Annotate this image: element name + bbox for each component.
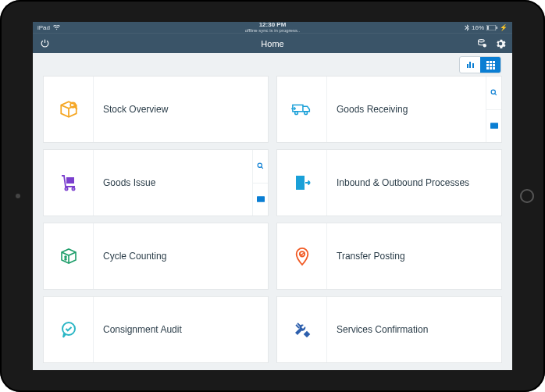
view-toolbar	[33, 53, 512, 77]
truck-arrow-icon	[277, 77, 327, 142]
svg-point-14	[258, 163, 262, 167]
tile-grid: Stock Overview Goods Receiving	[33, 77, 512, 370]
scan-icon[interactable]	[486, 109, 501, 143]
svg-rect-1	[487, 26, 489, 30]
svg-rect-11	[66, 177, 74, 184]
svg-point-18	[65, 256, 66, 258]
tile-label: Goods Receiving	[327, 77, 486, 142]
svg-point-8	[304, 112, 307, 115]
tile-stock-overview[interactable]: Stock Overview	[44, 77, 268, 142]
tile-label: Stock Overview	[94, 77, 268, 142]
tile-label: Services Confirmation	[327, 297, 501, 362]
box-search-icon	[44, 77, 94, 142]
door-arrow-icon	[277, 150, 327, 216]
svg-rect-2	[497, 27, 497, 29]
svg-point-19	[65, 258, 66, 260]
camera-dot	[16, 194, 20, 198]
svg-point-17	[301, 182, 303, 184]
charging-icon: ⚡	[500, 24, 508, 31]
tile-label: Inbound & Outbound Processes	[327, 150, 501, 216]
tile-actions	[252, 150, 268, 216]
tile-cycle-counting[interactable]: Cycle Counting	[44, 223, 268, 289]
box-count-icon	[44, 223, 94, 289]
svg-point-7	[294, 112, 297, 115]
tile-consignment-audit[interactable]: Consignment Audit	[44, 297, 268, 362]
grid-icon	[486, 61, 495, 69]
svg-point-3	[478, 40, 484, 42]
svg-point-13	[72, 187, 74, 190]
search-icon[interactable]	[486, 77, 501, 109]
battery-icon	[486, 25, 497, 30]
power-icon[interactable]	[39, 38, 50, 49]
svg-point-4	[483, 44, 486, 47]
status-bar: iPad 12:30 PM offline sync is in progres…	[33, 22, 512, 33]
svg-rect-22	[303, 331, 309, 337]
screen: iPad 12:30 PM offline sync is in progres…	[33, 22, 512, 370]
search-icon[interactable]	[253, 150, 268, 183]
status-time: 12:30 PM	[245, 22, 301, 28]
page-title: Home	[261, 39, 283, 48]
device-label: iPad	[37, 24, 50, 31]
chat-check-icon	[44, 297, 94, 362]
bluetooth-icon	[465, 24, 469, 31]
chart-view-button[interactable]	[460, 57, 480, 73]
svg-point-12	[65, 187, 67, 190]
view-toggle	[459, 56, 501, 73]
database-icon[interactable]	[476, 38, 487, 49]
svg-rect-15	[257, 197, 265, 203]
svg-point-9	[491, 90, 495, 94]
tools-icon	[277, 297, 327, 362]
nav-bar: Home	[33, 33, 512, 53]
tile-label: Consignment Audit	[94, 297, 268, 362]
tile-services-confirmation[interactable]: Services Confirmation	[277, 297, 501, 362]
gear-icon[interactable]	[495, 38, 506, 49]
tile-label: Cycle Counting	[94, 223, 268, 289]
wifi-icon	[53, 25, 60, 30]
tile-actions	[486, 77, 501, 142]
tile-goods-receiving[interactable]: Goods Receiving	[277, 77, 501, 142]
grid-view-button[interactable]	[480, 57, 500, 73]
tile-label: Transfer Posting	[327, 223, 501, 289]
tile-label: Goods Issue	[94, 150, 252, 216]
svg-rect-10	[490, 123, 498, 130]
home-button-hardware[interactable]	[520, 189, 534, 203]
scan-icon[interactable]	[253, 183, 268, 216]
pin-icon	[277, 223, 327, 289]
tile-inbound-outbound[interactable]: Inbound & Outbound Processes	[277, 150, 501, 216]
tile-transfer-posting[interactable]: Transfer Posting	[277, 223, 501, 289]
bar-chart-icon	[467, 62, 474, 68]
tablet-frame: iPad 12:30 PM offline sync is in progres…	[0, 0, 545, 392]
tile-goods-issue[interactable]: Goods Issue	[44, 150, 268, 216]
trolley-icon	[44, 150, 94, 216]
battery-text: 16%	[472, 24, 484, 31]
